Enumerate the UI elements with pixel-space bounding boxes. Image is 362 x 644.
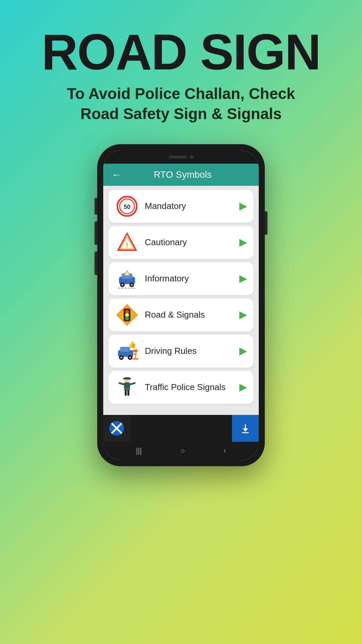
- svg-text:!: !: [127, 272, 128, 275]
- driving-rules-arrow: ▶: [239, 345, 247, 357]
- driving-rules-label: Driving Rules: [145, 346, 233, 356]
- svg-rect-39: [124, 388, 130, 390]
- ad-bar: [103, 415, 259, 442]
- cautionary-label: Cautionary: [145, 237, 233, 248]
- road-signals-label: Road & Signals: [145, 310, 233, 320]
- road-signals-arrow: ▶: [239, 309, 247, 320]
- driving-rules-icon: 👍: [115, 339, 139, 363]
- svg-rect-27: [132, 358, 138, 360]
- menu-list: 50 Mandatory ▶ ! Cautionar: [103, 186, 259, 415]
- mandatory-label: Mandatory: [145, 201, 233, 211]
- mandatory-icon: 50: [115, 195, 139, 218]
- traffic-police-label: Traffic Police Signals: [145, 382, 233, 392]
- ad-download-button[interactable]: [232, 415, 259, 442]
- svg-point-19: [125, 316, 129, 320]
- front-camera: [190, 155, 194, 159]
- informatory-label: Informatory: [145, 273, 233, 284]
- app-title: RTO Symbols: [128, 169, 237, 180]
- traffic-police-arrow: ▶: [239, 382, 247, 393]
- phone-mockup: ← RTO Symbols 50 Mandatory ▶: [97, 144, 265, 466]
- speaker: [169, 156, 187, 158]
- svg-point-11: [131, 284, 133, 286]
- notch-bar: [103, 150, 259, 164]
- subtitle: To Avoid Police Challan, Check Road Safe…: [47, 84, 315, 124]
- ad-logo-icon: [103, 415, 130, 442]
- header-section: ROAD SIGN To Avoid Police Challan, Check…: [0, 0, 362, 134]
- svg-rect-33: [123, 378, 131, 379]
- silent-button: [95, 252, 97, 275]
- back-button[interactable]: ←: [112, 169, 122, 180]
- svg-marker-26: [133, 350, 138, 359]
- svg-text:!: !: [126, 241, 128, 249]
- volume-up-button: [95, 198, 97, 215]
- main-title: ROAD SIGN: [20, 27, 342, 77]
- nav-back-button[interactable]: ‹: [224, 446, 226, 455]
- mandatory-arrow: ▶: [239, 201, 247, 212]
- svg-point-9: [121, 284, 123, 286]
- menu-item-traffic-police[interactable]: Traffic Police Signals ▶: [109, 371, 253, 404]
- nav-menu-button[interactable]: |||: [136, 446, 142, 455]
- svg-point-23: [120, 357, 122, 359]
- menu-item-mandatory[interactable]: 50 Mandatory ▶: [109, 190, 253, 223]
- power-button: [265, 211, 267, 235]
- menu-item-road-signals[interactable]: Road & Signals ▶: [109, 299, 253, 331]
- svg-point-25: [129, 357, 131, 359]
- cautionary-arrow: ▶: [239, 237, 247, 248]
- menu-item-cautionary[interactable]: ! Cautionary ▶: [109, 226, 253, 259]
- svg-text:👍: 👍: [128, 340, 136, 348]
- svg-line-35: [119, 383, 124, 384]
- informatory-icon: !: [115, 267, 139, 290]
- svg-line-36: [130, 383, 135, 384]
- svg-rect-37: [125, 390, 127, 396]
- phone-body: ← RTO Symbols 50 Mandatory ▶: [97, 144, 265, 466]
- traffic-police-icon: [115, 376, 139, 399]
- menu-item-informatory[interactable]: ! Informatory ▶: [109, 262, 253, 295]
- cautionary-icon: !: [115, 231, 139, 254]
- svg-rect-38: [127, 390, 129, 396]
- menu-item-driving-rules[interactable]: 👍 Driving Rules ▶: [109, 335, 253, 368]
- informatory-arrow: ▶: [239, 273, 247, 284]
- bottom-nav: ||| ○ ‹: [103, 442, 259, 460]
- svg-text:50: 50: [124, 204, 130, 210]
- notch: [161, 153, 201, 161]
- volume-down-button: [95, 221, 97, 245]
- road-signals-icon: [115, 303, 139, 327]
- phone-screen: ← RTO Symbols 50 Mandatory ▶: [103, 150, 259, 460]
- nav-home-button[interactable]: ○: [180, 446, 185, 455]
- app-header: ← RTO Symbols: [103, 164, 259, 186]
